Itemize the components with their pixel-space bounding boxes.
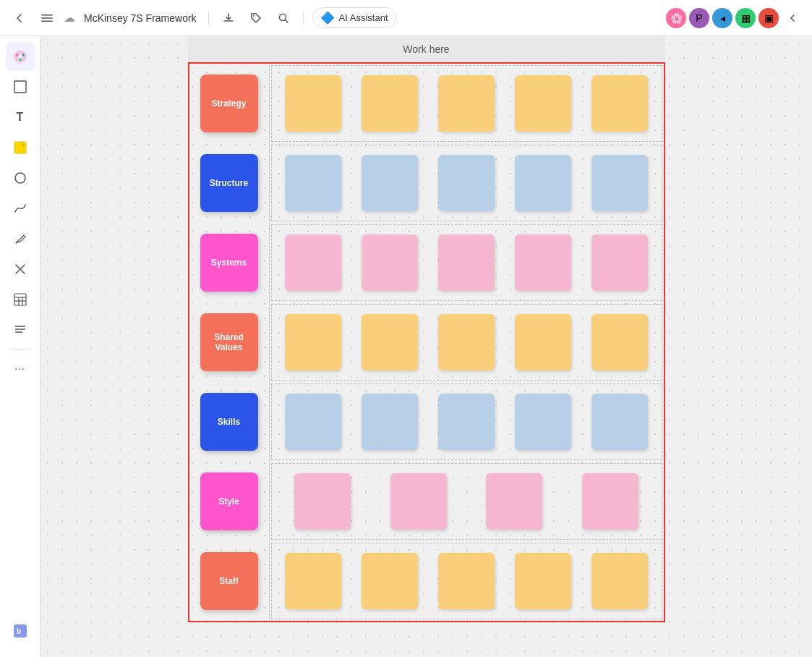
sidebar-item-connect[interactable] (6, 255, 35, 284)
svg-rect-12 (14, 142, 26, 153)
sticky-note[interactable] (438, 234, 495, 291)
canvas-area[interactable]: Work here Strategy Structure (40, 36, 812, 657)
sticky-note[interactable] (362, 394, 418, 450)
sticky-note[interactable] (362, 314, 418, 370)
sidebar-item-pen[interactable] (6, 224, 35, 253)
sticky-note[interactable] (591, 155, 648, 211)
content-row-structure (271, 145, 662, 221)
sticky-note[interactable] (591, 234, 648, 291)
sticky-note[interactable] (285, 394, 341, 450)
work-here-bar: Work here (188, 36, 665, 62)
sticky-note[interactable] (362, 553, 418, 609)
ai-assistant-button[interactable]: 🔷 AI Assistant (312, 7, 396, 28)
sticky-note[interactable] (294, 473, 351, 530)
search-button[interactable] (273, 7, 294, 29)
text-icon: T (17, 111, 24, 124)
svg-line-5 (285, 20, 288, 22)
sticky-note[interactable] (390, 473, 447, 530)
sticky-note[interactable] (591, 394, 648, 450)
sticky-note[interactable] (285, 75, 341, 132)
sticky-note[interactable] (591, 75, 648, 132)
sticky-note[interactable] (515, 553, 571, 609)
sticky-note[interactable] (285, 155, 341, 211)
svg-rect-2 (41, 20, 53, 22)
sticky-note[interactable] (285, 553, 341, 609)
avatar-2[interactable]: P (689, 8, 709, 28)
ai-icon: 🔷 (320, 11, 335, 25)
sticky-note[interactable] (438, 394, 495, 450)
sidebar-item-palette[interactable] (6, 42, 35, 71)
label-card-staff[interactable]: Staff (200, 552, 258, 610)
sidebar-item-frame[interactable] (6, 72, 35, 101)
content-row-staff (271, 543, 662, 619)
label-card-style[interactable]: Style (200, 472, 258, 530)
sidebar: T ··· b (0, 36, 40, 657)
sticky-note[interactable] (362, 75, 418, 132)
sticky-note[interactable] (515, 314, 571, 370)
back-button[interactable] (9, 7, 30, 29)
tag-button[interactable] (245, 7, 267, 29)
sticky-note[interactable] (362, 234, 418, 291)
sticky-note[interactable] (515, 75, 571, 132)
label-cell-skills: Skills (189, 382, 269, 462)
sticky-note[interactable] (438, 553, 495, 609)
avatar-3[interactable]: ◂ (712, 8, 732, 28)
avatar-4[interactable]: ▦ (735, 8, 756, 28)
content-row-skills (271, 383, 662, 460)
work-here-label: Work here (403, 43, 449, 55)
document-title: McKinsey 7S Framework (84, 12, 197, 24)
topbar-right: 🌸 P ◂ ▦ ▣ (666, 7, 803, 29)
label-card-systems[interactable]: Systems (200, 234, 258, 292)
sticky-note[interactable] (438, 75, 495, 132)
sticky-note[interactable] (438, 314, 495, 370)
structure-label: Structure (210, 178, 248, 188)
label-cell-staff: Staff (189, 541, 269, 621)
menu-button[interactable] (36, 7, 58, 29)
sticky-note[interactable] (515, 155, 571, 211)
sidebar-item-table[interactable] (6, 285, 35, 314)
label-card-strategy[interactable]: Strategy (200, 75, 258, 132)
sticky-note[interactable] (438, 155, 495, 211)
skills-label: Skills (218, 417, 240, 427)
label-card-shared-values[interactable]: Shared Values (200, 313, 258, 371)
style-label: Style (218, 496, 239, 506)
divider-2 (303, 11, 304, 25)
svg-point-13 (15, 173, 25, 183)
avatar-5[interactable]: ▣ (758, 8, 779, 28)
systems-label: Systems (211, 258, 247, 268)
sidebar-separator (9, 349, 31, 349)
sticky-note[interactable] (515, 234, 571, 291)
sticky-note[interactable] (591, 553, 648, 609)
more-icon: ··· (14, 363, 25, 374)
label-cell-shared-values: Shared Values (189, 302, 269, 382)
sidebar-item-shape[interactable] (6, 164, 35, 192)
sidebar-item-text[interactable]: T (6, 103, 35, 132)
label-cell-style: Style (189, 462, 269, 541)
svg-point-3 (253, 15, 255, 17)
sidebar-item-branding[interactable]: b (6, 616, 35, 645)
sticky-note[interactable] (486, 473, 542, 530)
divider-1 (208, 11, 209, 25)
framework-container: Strategy Structure Systems (188, 62, 665, 622)
sticky-note[interactable] (285, 314, 341, 370)
avatar-1[interactable]: 🌸 (666, 8, 686, 28)
label-card-skills[interactable]: Skills (200, 393, 258, 451)
content-row-shared-values (271, 304, 662, 381)
label-cell-strategy: Strategy (189, 64, 269, 143)
sticky-note[interactable] (285, 234, 341, 291)
ai-assistant-label: AI Assistant (339, 12, 388, 23)
label-card-structure[interactable]: Structure (200, 154, 258, 212)
sticky-note[interactable] (362, 155, 418, 211)
sidebar-item-more[interactable]: ··· (6, 354, 35, 383)
sticky-note[interactable] (515, 394, 571, 450)
svg-text:b: b (17, 627, 21, 635)
sticky-note[interactable] (582, 473, 638, 530)
collapse-button[interactable] (782, 7, 803, 29)
sidebar-item-sticky[interactable] (6, 133, 35, 162)
sidebar-item-curve[interactable] (6, 194, 35, 223)
download-button[interactable] (218, 7, 239, 29)
svg-point-10 (18, 54, 22, 59)
sticky-note[interactable] (591, 314, 648, 370)
content-row-systems (271, 224, 662, 301)
sidebar-item-textlist[interactable] (6, 315, 35, 344)
